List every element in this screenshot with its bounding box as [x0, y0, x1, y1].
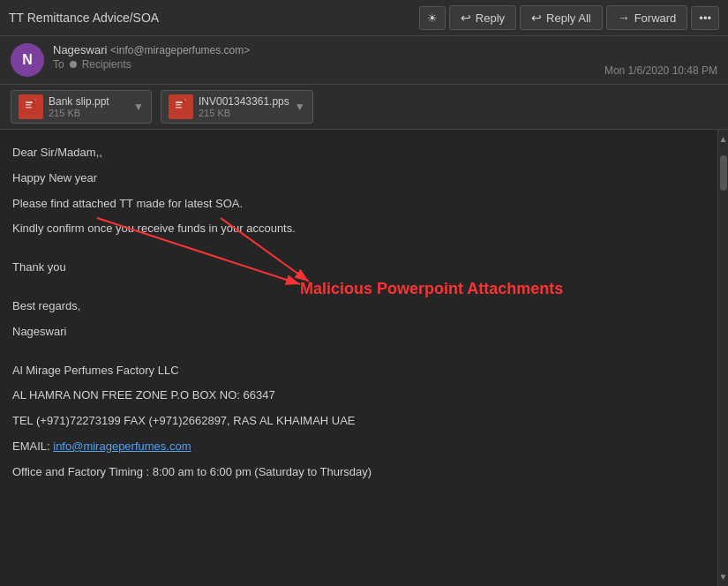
email-link[interactable]: info@mirageperfumes.com [53, 440, 191, 453]
attachment-1-chevron-icon[interactable]: ▼ [133, 101, 144, 113]
body-regards: Best regards, [12, 297, 705, 316]
pps-file-icon [172, 98, 190, 116]
reply-button[interactable]: ↩ Reply [449, 5, 516, 30]
more-button[interactable]: ••• [691, 6, 719, 30]
attachment-item[interactable]: Bank slip.ppt 215 KB ▼ [11, 90, 152, 124]
body-greeting: Dear Sir/Madam,, [12, 144, 705, 162]
attachment-2-info: INV001343361.pps 215 KB [199, 95, 289, 118]
scroll-up-icon[interactable]: ▲ [717, 131, 728, 146]
recipients-label: Recipients [82, 58, 131, 71]
sender-email: <info@mirageperfumes.com> [110, 44, 250, 56]
avatar: N [11, 43, 44, 77]
attachment-2-chevron-icon[interactable]: ▼ [295, 101, 305, 113]
email-header: N Nageswari <info@mirageperfumes.com> To… [0, 36, 728, 85]
forward-button[interactable]: → Forward [606, 5, 688, 30]
more-icon: ••• [699, 11, 711, 25]
body-contact: TEL (+971)72273199 FAX (+971)2662897, RA… [12, 412, 705, 431]
brightness-icon: ☀ [427, 11, 438, 25]
attachments-bar: Bank slip.ppt 215 KB ▼ INV001343361.pps … [0, 85, 728, 130]
reply-arrow-icon: ↩ [461, 11, 471, 25]
recipients-line: To Recipients [53, 58, 596, 71]
attachment-2-size: 215 KB [199, 108, 289, 118]
body-timing: Office and Factory Timing : 8:00 am to 6… [12, 463, 705, 482]
sender-name-line: Nageswari <info@mirageperfumes.com> [53, 43, 596, 56]
reply-label: Reply [476, 11, 505, 25]
date-time: Mon 1/6/2020 10:48 PM [604, 64, 717, 77]
sender-info: Nageswari <info@mirageperfumes.com> To R… [53, 43, 596, 71]
body-thank-you: Thank you [12, 259, 705, 277]
svg-rect-3 [26, 107, 32, 109]
ppt-file-icon [22, 98, 40, 116]
toolbar-actions: ☀ ↩ Reply ↩ Reply All → Forward ••• [419, 5, 719, 30]
body-company: Al Mirage Perfumes Factory LLC [12, 362, 705, 380]
email-body: Dear Sir/Madam,, Happy New year Please f… [0, 130, 717, 586]
reply-all-arrow-icon: ↩ [531, 11, 542, 25]
email-subject: TT Remittance Advice/SOA [9, 11, 416, 25]
scrollbar-thumb[interactable] [720, 155, 727, 191]
body-email-line: EMAIL: info@mirageperfumes.com [12, 438, 705, 456]
body-signature-name: Nageswari [12, 323, 705, 342]
svg-rect-7 [176, 101, 183, 103]
brightness-button[interactable]: ☀ [419, 6, 446, 30]
svg-rect-8 [176, 104, 181, 106]
reply-all-button[interactable]: ↩ Reply All [520, 5, 603, 30]
attachment-2-name: INV001343361.pps [199, 95, 289, 108]
forward-label: Forward [634, 11, 677, 25]
attachment-1-name: Bank slip.ppt [49, 95, 128, 108]
email-time: 10:48 PM [672, 64, 717, 77]
body-address: AL HAMRA NON FREE ZONE P.O BOX NO: 66347 [12, 387, 705, 405]
sender-name: Nageswari [53, 43, 107, 56]
attachment-1-size: 215 KB [49, 108, 128, 118]
email-date: Mon 1/6/2020 [604, 64, 669, 77]
reply-all-label: Reply All [546, 11, 591, 25]
attachment-item-2[interactable]: INV001343361.pps 215 KB ▼ [161, 90, 313, 124]
svg-rect-9 [176, 107, 182, 109]
svg-rect-1 [26, 101, 33, 103]
main-area: Dear Sir/Madam,, Happy New year Please f… [0, 130, 728, 586]
email-label-text: EMAIL: [12, 440, 50, 453]
body-new-year: Happy New year [12, 169, 705, 188]
scroll-down-icon[interactable]: ▼ [717, 569, 728, 584]
body-line2: Please find attached TT made for latest … [12, 195, 705, 214]
scrollbar-track: ▲ ▼ [717, 130, 728, 586]
to-label: To [53, 58, 64, 71]
attachment-ppt-icon [19, 94, 43, 119]
attachment-1-info: Bank slip.ppt 215 KB [49, 95, 128, 118]
recipients-dot-icon [70, 61, 77, 68]
body-line3: Kindly confirm once you receive funds in… [12, 220, 705, 238]
attachment-pps-icon [169, 94, 193, 119]
svg-rect-2 [26, 104, 31, 106]
malicious-annotation-label: Malicious Powerpoint Attachments [300, 280, 563, 298]
forward-arrow-icon: → [618, 11, 630, 25]
toolbar: TT Remittance Advice/SOA ☀ ↩ Reply ↩ Rep… [0, 0, 728, 36]
